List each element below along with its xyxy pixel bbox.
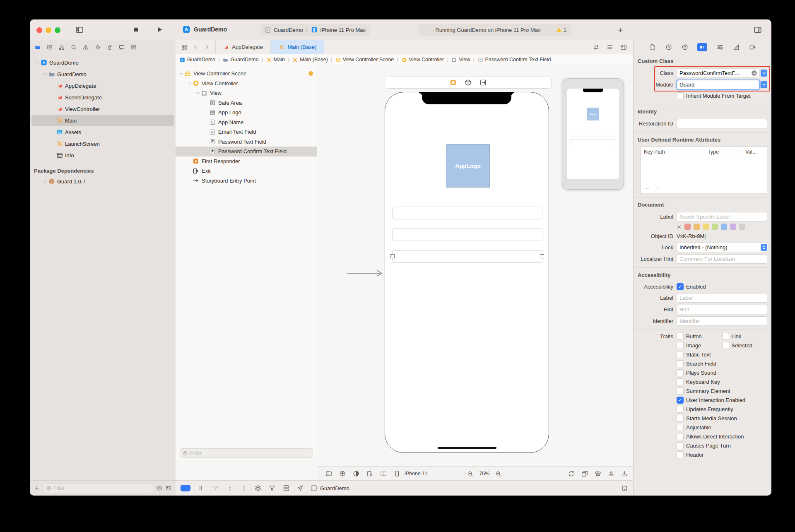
class-popup-button[interactable]: [761, 70, 767, 77]
trait-keyboard-key[interactable]: Keyboard Key: [677, 378, 720, 385]
step-into-button[interactable]: [226, 485, 233, 491]
trait-summary-element[interactable]: Summary Element: [677, 388, 730, 395]
trait-header[interactable]: Header: [677, 451, 704, 458]
simulate-location-button[interactable]: [297, 485, 304, 491]
exit-badge-button[interactable]: [479, 79, 487, 86]
minimize-window-button[interactable]: [46, 27, 51, 33]
class-field[interactable]: PasswordConfirmTextF...: [677, 68, 760, 78]
color-swatch-6[interactable]: [739, 224, 745, 230]
outline-item-safe-area[interactable]: Safe Area: [176, 98, 317, 108]
outline-item-storyboard-entry-point[interactable]: Storyboard Entry Point: [176, 176, 317, 186]
device-button[interactable]: [394, 470, 400, 477]
go-back-button[interactable]: [193, 44, 198, 50]
navigator-item-scenedelegate[interactable]: SceneDelegate: [31, 91, 174, 103]
color-swatch-2[interactable]: [703, 224, 709, 230]
email-text-field[interactable]: [392, 207, 542, 219]
accessibility-button[interactable]: [339, 470, 346, 477]
trait-plays-sound[interactable]: Plays Sound: [677, 369, 716, 376]
scheme-selector[interactable]: GuardDemo ⟩ iPhone 11 Pro Max: [260, 24, 370, 36]
trait-link[interactable]: Link: [722, 333, 768, 340]
orientation-button[interactable]: [366, 470, 373, 477]
view-controller-canvas[interactable]: AppLogo: [385, 92, 549, 453]
trait-static-text[interactable]: Static Text: [677, 351, 711, 358]
color-swatch-5[interactable]: [730, 224, 736, 230]
jumpbar-item-view-controller[interactable]: View Controller: [402, 57, 444, 63]
runtime-attributes-table[interactable]: Key Path Type Val...: [640, 147, 767, 193]
navigator-tab-tag[interactable]: [119, 44, 125, 50]
jumpbar-item-view[interactable]: View: [451, 57, 470, 63]
jumpbar-item-main[interactable]: Main: [266, 57, 285, 63]
stop-button[interactable]: [132, 26, 140, 33]
zoom-out-button[interactable]: [467, 471, 473, 477]
navigator-tab-boxed-x[interactable]: [47, 44, 53, 50]
selection-handle-right[interactable]: [540, 254, 544, 258]
align-button[interactable]: [595, 470, 601, 477]
appearance-button[interactable]: [353, 470, 359, 477]
step-over-button[interactable]: [212, 485, 219, 491]
trait-user-interaction-enabled[interactable]: ✓User Interaction Enabled: [677, 397, 745, 404]
inspector-tab-help[interactable]: [682, 44, 688, 51]
canvas-minimap[interactable]: AppLogo: [562, 78, 624, 190]
outline-item-password-confirm-text-field[interactable]: FPassword Confirm Text Field: [176, 147, 317, 156]
navigator-tab-folder[interactable]: [35, 44, 41, 50]
acc-label-field[interactable]: Label: [677, 293, 767, 303]
trait-button[interactable]: Button: [677, 333, 722, 340]
storyboard-entry-arrow[interactable]: [346, 269, 384, 279]
related-items-button[interactable]: [181, 44, 187, 50]
trait-search-field[interactable]: Search Field: [677, 360, 716, 367]
update-frames-button[interactable]: [568, 470, 575, 477]
navigator-item-appdelegate[interactable]: AppDelegate: [31, 80, 174, 91]
jump-bar[interactable]: GuardDemo⟩GuardDemo⟩Main⟩Main (Base)⟩Vie…: [176, 54, 634, 66]
embed-button[interactable]: [581, 470, 588, 477]
adjust-editor-button[interactable]: [621, 470, 628, 477]
clear-color-button[interactable]: [677, 224, 682, 229]
pause-button[interactable]: [198, 485, 204, 491]
outline-item-email-text-field[interactable]: FEmail Text Field: [176, 127, 317, 137]
navigator-item-guarddemo[interactable]: GuardDemo: [31, 57, 174, 68]
navigator-tab-diamond-remove[interactable]: [95, 44, 101, 50]
jumpbar-item-view-controller-scene[interactable]: View Controller Scene: [335, 57, 394, 63]
device-bezels-button[interactable]: [325, 470, 332, 477]
debug-device-button[interactable]: [622, 485, 634, 491]
inspector-tab-history[interactable]: [665, 44, 672, 51]
trait-allows-direct-interaction[interactable]: Allows Direct Interaction: [677, 433, 744, 440]
jumpbar-item-guarddemo[interactable]: GuardDemo: [180, 57, 215, 63]
go-forward-button[interactable]: [204, 44, 210, 50]
interface-builder-canvas[interactable]: AppLogo AppLogo: [317, 65, 634, 460]
trait-selected[interactable]: Selected: [722, 342, 768, 349]
selection-handle-left[interactable]: [390, 254, 395, 258]
add-attribute-button[interactable]: [644, 185, 650, 191]
navigator-tab-spray[interactable]: [107, 44, 113, 50]
inherit-module-checkbox[interactable]: Inherit Module From Target: [677, 92, 751, 99]
resolve-layout-button[interactable]: [608, 470, 614, 477]
trait-updates-frequently[interactable]: Updates Frequently: [677, 406, 733, 413]
remove-attribute-button[interactable]: [655, 185, 661, 191]
navigator-tab-hierarchy[interactable]: [59, 44, 65, 50]
password-confirm-text-field[interactable]: [392, 250, 542, 263]
jumpbar-item-main-base-[interactable]: Main (Base): [292, 57, 328, 63]
navigator-item-assets[interactable]: Assets: [31, 126, 174, 138]
trait-image[interactable]: Image: [677, 342, 722, 349]
add-editor-button[interactable]: [620, 44, 627, 51]
localizer-hint-field[interactable]: Comment For Localizer: [677, 254, 767, 264]
navigator-item-viewcontroller[interactable]: ViewController: [31, 103, 174, 115]
app-logo-image-view[interactable]: AppLogo: [446, 144, 490, 188]
zoom-level[interactable]: 76%: [479, 471, 489, 477]
editor-options-button[interactable]: [607, 44, 613, 51]
outline-item-password-text-field[interactable]: FPassword Text Field: [176, 137, 317, 147]
fr-badge-button[interactable]: [465, 79, 472, 86]
add-file-button[interactable]: [34, 485, 40, 491]
navigator-tab-warning[interactable]: [83, 44, 89, 50]
toggle-inspector-button[interactable]: [754, 26, 762, 34]
document-label-field[interactable]: Xcode Specific Label: [677, 212, 767, 221]
step-out-button[interactable]: [241, 485, 248, 491]
inspector-tab-connections[interactable]: [749, 44, 756, 51]
color-swatch-4[interactable]: [721, 224, 727, 230]
color-swatch-3[interactable]: [712, 224, 718, 230]
accessibility-enabled-checkbox[interactable]: ✓ Enabled: [677, 283, 706, 290]
inspector-tab-file[interactable]: [649, 44, 656, 51]
inspector-tab-attributes[interactable]: [717, 44, 723, 51]
source-control-filter-button[interactable]: [166, 485, 171, 491]
editor-tab-appdelegate[interactable]: AppDelegate: [215, 40, 271, 54]
jump-to-class-button[interactable]: [752, 70, 757, 76]
